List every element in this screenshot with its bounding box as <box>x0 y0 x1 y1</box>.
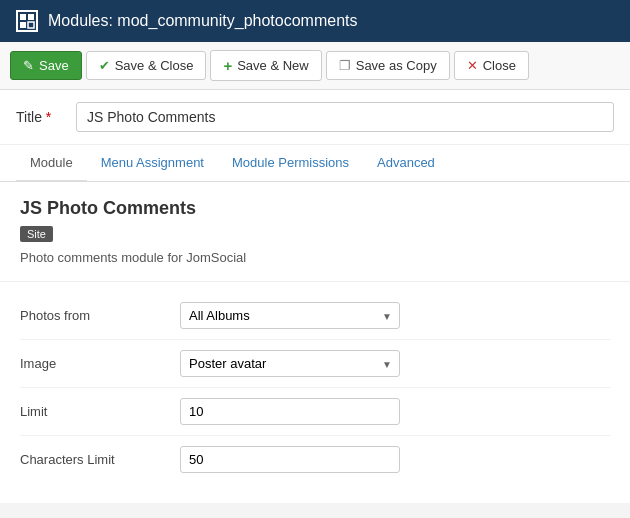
image-control: Poster avatar Photo thumbnail None <box>180 350 610 377</box>
content-area: Title * Module Menu Assignment Module Pe… <box>0 90 630 503</box>
characters-limit-control <box>180 446 610 473</box>
site-badge: Site <box>20 226 53 242</box>
tab-module-permissions[interactable]: Module Permissions <box>218 145 363 182</box>
form-row-image: Image Poster avatar Photo thumbnail None <box>20 340 610 388</box>
app-icon <box>16 10 38 32</box>
title-bar: Modules: mod_community_photocomments <box>0 0 630 42</box>
title-field-row: Title * <box>0 90 630 145</box>
limit-control <box>180 398 610 425</box>
save-new-button[interactable]: + Save & New <box>210 50 321 81</box>
image-select[interactable]: Poster avatar Photo thumbnail None <box>180 350 400 377</box>
title-input[interactable] <box>76 102 614 132</box>
characters-limit-label: Characters Limit <box>20 452 180 467</box>
tab-advanced[interactable]: Advanced <box>363 145 449 182</box>
form-row-photos-from: Photos from All Albums My Albums Friends… <box>20 292 610 340</box>
save-icon: ✎ <box>23 58 34 73</box>
title-label: Title * <box>16 109 66 125</box>
tab-module[interactable]: Module <box>16 145 87 182</box>
image-select-wrapper: Poster avatar Photo thumbnail None <box>180 350 400 377</box>
form-row-characters-limit: Characters Limit <box>20 436 610 483</box>
form-section: Photos from All Albums My Albums Friends… <box>0 282 630 503</box>
image-label: Image <box>20 356 180 371</box>
photos-from-control: All Albums My Albums Friends Albums <box>180 302 610 329</box>
form-row-limit: Limit <box>20 388 610 436</box>
save-copy-button[interactable]: ❐ Save as Copy <box>326 51 450 80</box>
copy-icon: ❐ <box>339 58 351 73</box>
page-title: Modules: mod_community_photocomments <box>48 12 357 30</box>
tab-menu-assignment[interactable]: Menu Assignment <box>87 145 218 182</box>
photos-from-select[interactable]: All Albums My Albums Friends Albums <box>180 302 400 329</box>
limit-input[interactable] <box>180 398 400 425</box>
close-icon: ✕ <box>467 58 478 73</box>
save-close-button[interactable]: ✔ Save & Close <box>86 51 207 80</box>
check-icon: ✔ <box>99 58 110 73</box>
svg-rect-1 <box>28 14 34 20</box>
tabs-bar: Module Menu Assignment Module Permission… <box>0 145 630 182</box>
close-button[interactable]: ✕ Close <box>454 51 529 80</box>
plus-icon: + <box>223 57 232 74</box>
photos-from-label: Photos from <box>20 308 180 323</box>
characters-limit-input[interactable] <box>180 446 400 473</box>
save-button[interactable]: ✎ Save <box>10 51 82 80</box>
svg-rect-3 <box>28 22 34 28</box>
toolbar: ✎ Save ✔ Save & Close + Save & New ❐ Sav… <box>0 42 630 90</box>
module-description: Photo comments module for JomSocial <box>20 250 610 265</box>
photos-from-select-wrapper: All Albums My Albums Friends Albums <box>180 302 400 329</box>
module-title: JS Photo Comments <box>20 198 610 219</box>
svg-rect-2 <box>20 22 26 28</box>
svg-rect-0 <box>20 14 26 20</box>
module-info-panel: JS Photo Comments Site Photo comments mo… <box>0 182 630 282</box>
limit-label: Limit <box>20 404 180 419</box>
required-marker: * <box>46 109 51 125</box>
